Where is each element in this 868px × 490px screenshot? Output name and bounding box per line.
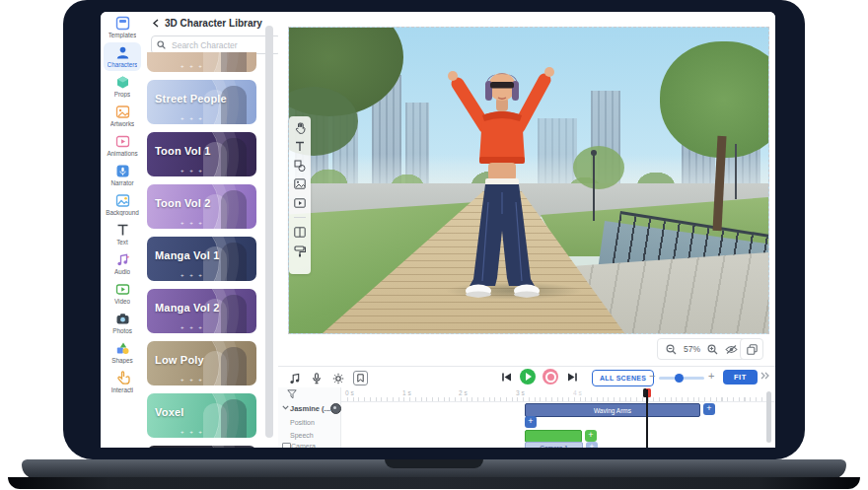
- card-manga-vol-2[interactable]: Manga Vol 2+ + +: [147, 289, 256, 333]
- main-sidebar: Templates Characters Props Artworks Anim…: [101, 12, 145, 448]
- ruler-label: 2 s: [459, 389, 468, 396]
- chevron-down-icon[interactable]: [282, 405, 289, 410]
- templates-icon: [115, 15, 130, 31]
- sidebar-item-artworks[interactable]: Artworks: [104, 102, 141, 130]
- effects-icon[interactable]: [331, 372, 345, 385]
- timeline-zoom-out[interactable]: −: [649, 370, 655, 382]
- skip-back-icon[interactable]: [499, 370, 513, 384]
- card-manga-vol-1[interactable]: Manga Vol 1+ + +: [147, 237, 256, 281]
- timeline-zoom-in[interactable]: +: [708, 370, 714, 382]
- record-button[interactable]: [542, 369, 558, 385]
- text-tool-icon[interactable]: [293, 140, 307, 153]
- sidebar-item-video[interactable]: Video: [104, 279, 141, 308]
- duplicate-scene-button[interactable]: [740, 338, 763, 360]
- layout-tool-icon[interactable]: [293, 226, 307, 239]
- timeline-tracks: Jasmine (... Position Speech Camera 0 s …: [278, 387, 775, 448]
- sidebar-item-narrator[interactable]: Narrator: [104, 161, 141, 189]
- playhead-line: [646, 389, 648, 448]
- interact-icon: [115, 370, 130, 385]
- laptop-base-shadow: [8, 477, 860, 489]
- sidebar-item-label: Artworks: [110, 120, 135, 127]
- sidebar-item-text[interactable]: Text: [104, 220, 141, 248]
- sidebar-item-label: Text: [116, 239, 128, 245]
- sidebar-item-audio[interactable]: Audio: [104, 249, 141, 278]
- play-button[interactable]: [520, 369, 536, 385]
- track-name-speech[interactable]: Speech: [290, 432, 314, 439]
- sidebar-item-background[interactable]: Background: [104, 190, 141, 219]
- camera-clip[interactable]: Camera 1: [525, 442, 583, 448]
- ruler-label: 1 s: [402, 389, 411, 396]
- ruler-label: 4 s: [573, 389, 582, 396]
- shapes-icon: [115, 340, 130, 356]
- tree-mid: [573, 146, 624, 189]
- sidebar-item-animations[interactable]: Animations: [104, 131, 141, 160]
- sidebar-item-photos[interactable]: Photos: [104, 309, 141, 337]
- bookmark-icon[interactable]: [353, 371, 368, 385]
- photos-icon: [115, 311, 130, 326]
- sidebar-item-label: Interacti: [111, 386, 133, 393]
- audio-icon: [115, 251, 130, 267]
- sidebar-item-templates[interactable]: Templates: [104, 13, 141, 41]
- background-music-icon[interactable]: [288, 372, 302, 385]
- zoom-in-icon[interactable]: [707, 344, 718, 355]
- add-camera-button[interactable]: +: [586, 442, 598, 448]
- panel-scrollbar[interactable]: [265, 26, 273, 438]
- add-animation-button[interactable]: +: [703, 403, 715, 415]
- sidebar-item-props[interactable]: Props: [104, 72, 141, 101]
- sidebar-item-characters[interactable]: Characters: [104, 42, 141, 71]
- skip-forward-icon[interactable]: [565, 370, 579, 384]
- lamp-post: [735, 144, 737, 199]
- playback-transport: [499, 369, 579, 385]
- timeline-media-group: [288, 371, 368, 385]
- card-voxel[interactable]: Voxel+ + +: [147, 393, 256, 438]
- image-tool-icon[interactable]: [293, 177, 307, 190]
- card-toon-vol-1[interactable]: Toon Vol 1+ + +: [147, 132, 256, 176]
- sidebar-item-interact[interactable]: Interacti: [104, 368, 141, 396]
- voiceover-mic-icon[interactable]: [310, 372, 324, 385]
- canvas-tool-palette: [289, 116, 311, 274]
- all-scenes-button[interactable]: ALL SCENES: [592, 370, 654, 386]
- search-input[interactable]: [170, 39, 272, 51]
- card-low-poly[interactable]: Low Poly+ + +: [147, 341, 256, 385]
- filter-icon[interactable]: [287, 389, 297, 399]
- video-icon: [115, 281, 130, 297]
- animations-icon: [115, 133, 130, 149]
- slider-knob[interactable]: [675, 374, 684, 383]
- background-icon: [115, 192, 130, 208]
- app-screen: Templates Characters Props Artworks Anim…: [101, 12, 775, 448]
- sidebar-item-label: Narrator: [110, 179, 133, 186]
- timeline-zoom-slider[interactable]: [659, 377, 704, 380]
- video-tool-icon[interactable]: [293, 196, 307, 209]
- ruler-label: 0 s: [345, 389, 354, 396]
- track-name-position[interactable]: Position: [290, 419, 315, 426]
- track-name-camera[interactable]: Camera: [291, 443, 316, 448]
- animation-clip[interactable]: Waving Arms: [525, 403, 700, 417]
- add-position-button[interactable]: +: [525, 416, 537, 428]
- track-name-character[interactable]: Jasmine (...: [290, 404, 330, 413]
- card-toon-vol-2[interactable]: Toon Vol 2+ + +: [147, 184, 256, 229]
- timeline-scrollbar[interactable]: [766, 391, 771, 443]
- format-painter-icon[interactable]: [293, 245, 307, 257]
- fit-button[interactable]: FIT: [723, 370, 758, 385]
- card-street-people[interactable]: Street People+ + +: [147, 80, 256, 124]
- palette-divider: [294, 217, 306, 218]
- scene-canvas[interactable]: [288, 27, 769, 334]
- timeline-ruler[interactable]: 0 s 1 s 2 s 3 s 4 s: [340, 387, 775, 402]
- card-next[interactable]: [147, 446, 256, 448]
- character-jasmine[interactable]: [433, 53, 571, 302]
- sidebar-item-label: Characters: [108, 61, 138, 68]
- visibility-toggle-icon[interactable]: [725, 344, 738, 355]
- narrator-icon: [115, 163, 130, 178]
- character-track-avatar[interactable]: [330, 403, 341, 414]
- hand-tool-icon[interactable]: [293, 121, 307, 134]
- lamp-post: [593, 154, 595, 221]
- add-speech-button[interactable]: +: [585, 430, 597, 442]
- shapes-tool-icon[interactable]: [293, 159, 307, 172]
- collapse-timeline-icon[interactable]: [760, 372, 769, 381]
- zoom-out-icon[interactable]: [666, 344, 677, 355]
- timeline-toolbar: ALL SCENES − + FIT: [278, 366, 775, 388]
- artworks-icon: [115, 104, 130, 119]
- card-realistic[interactable]: Realistic+ + +: [147, 52, 256, 72]
- back-chevron-icon[interactable]: [152, 19, 160, 28]
- sidebar-item-shapes[interactable]: Shapes: [104, 338, 141, 367]
